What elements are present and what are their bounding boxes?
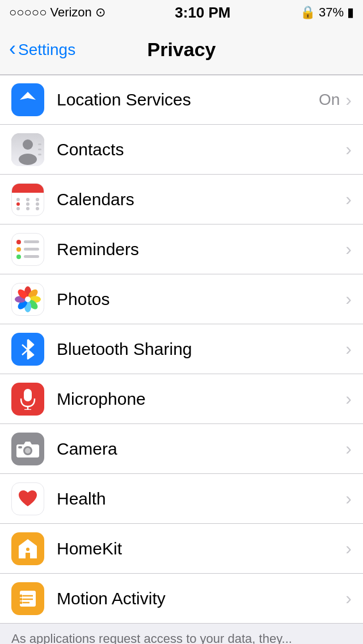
camera-icon	[11, 433, 44, 465]
homekit-icon	[11, 532, 44, 565]
svg-point-2	[19, 154, 37, 165]
contacts-label: Contacts	[57, 140, 345, 159]
bottom-note: As applications request access to your d…	[0, 624, 363, 644]
bluetooth-sharing-label: Bluetooth Sharing	[57, 340, 345, 359]
svg-rect-4	[38, 149, 41, 150]
calendars-chevron-icon: ›	[345, 189, 352, 210]
svg-point-30	[20, 594, 23, 597]
location-services-icon	[11, 83, 44, 116]
row-health[interactable]: Health ›	[0, 474, 363, 524]
svg-point-14	[25, 296, 31, 302]
svg-point-31	[20, 598, 23, 600]
reminders-chevron-icon: ›	[345, 239, 352, 260]
reminders-icon	[11, 233, 44, 266]
row-reminders[interactable]: Reminders ›	[0, 224, 363, 274]
back-label: Settings	[18, 41, 75, 59]
photos-label: Photos	[57, 290, 345, 309]
status-right: 🔒 37% ▮	[300, 5, 354, 20]
row-photos[interactable]: Photos ›	[0, 274, 363, 324]
status-bar: ○○○○○ Verizon ⊙ 3:10 PM 🔒 37% ▮	[0, 0, 363, 25]
svg-point-32	[20, 601, 23, 604]
signal-dots: ○○○○○	[9, 5, 47, 20]
homekit-label: HomeKit	[57, 539, 345, 558]
status-left: ○○○○○ Verizon ⊙	[9, 5, 105, 20]
calendars-icon	[11, 183, 44, 216]
location-services-chevron-icon: ›	[345, 90, 352, 111]
health-chevron-icon: ›	[345, 488, 352, 509]
location-services-label: Location Services	[57, 90, 319, 109]
photos-icon	[11, 283, 44, 316]
row-homekit[interactable]: HomeKit ›	[0, 524, 363, 574]
back-button[interactable]: ‹ Settings	[9, 40, 75, 59]
lock-icon: 🔒	[300, 5, 315, 20]
page-title: Privacy	[147, 39, 216, 61]
health-icon	[11, 482, 44, 515]
row-calendars[interactable]: Calendars ›	[0, 175, 363, 224]
row-location-services[interactable]: Location Services On ›	[0, 75, 363, 125]
settings-list: Location Services On ›	[0, 75, 363, 624]
svg-rect-5	[38, 154, 41, 155]
nav-bar: ‹ Settings Privacy	[0, 25, 363, 75]
row-motion-activity[interactable]: Motion Activity ›	[0, 574, 363, 624]
svg-point-1	[23, 139, 33, 150]
status-time: 3:10 PM	[175, 4, 230, 22]
svg-line-16	[22, 350, 28, 355]
battery-label: 37%	[319, 5, 344, 20]
location-services-value: On	[319, 91, 340, 109]
reminders-label: Reminders	[57, 240, 345, 259]
svg-rect-24	[18, 446, 22, 448]
microphone-chevron-icon: ›	[345, 388, 352, 409]
calendars-label: Calendars	[57, 190, 345, 209]
svg-rect-17	[24, 389, 32, 401]
contacts-icon	[11, 133, 44, 166]
motion-activity-icon	[11, 582, 44, 615]
svg-point-25	[26, 548, 29, 551]
motion-activity-chevron-icon: ›	[345, 588, 352, 609]
health-label: Health	[57, 489, 345, 509]
camera-label: Camera	[57, 439, 345, 459]
svg-rect-3	[38, 143, 41, 145]
bluetooth-sharing-chevron-icon: ›	[345, 338, 352, 359]
motion-activity-label: Motion Activity	[57, 589, 345, 608]
carrier-label: Verizon	[50, 5, 91, 20]
bluetooth-sharing-icon	[11, 333, 44, 366]
battery-icon: ▮	[347, 5, 354, 20]
svg-line-15	[22, 345, 28, 350]
row-contacts[interactable]: Contacts ›	[0, 125, 363, 175]
row-bluetooth-sharing[interactable]: Bluetooth Sharing ›	[0, 324, 363, 374]
microphone-icon	[11, 383, 44, 416]
microphone-label: Microphone	[57, 389, 345, 409]
back-chevron-icon: ‹	[9, 39, 16, 59]
wifi-icon: ⊙	[95, 5, 105, 20]
row-camera[interactable]: Camera ›	[0, 424, 363, 474]
svg-point-23	[25, 448, 31, 454]
row-microphone[interactable]: Microphone ›	[0, 374, 363, 424]
contacts-chevron-icon: ›	[345, 139, 352, 160]
camera-chevron-icon: ›	[345, 438, 352, 459]
homekit-chevron-icon: ›	[345, 538, 352, 559]
photos-chevron-icon: ›	[345, 289, 352, 310]
